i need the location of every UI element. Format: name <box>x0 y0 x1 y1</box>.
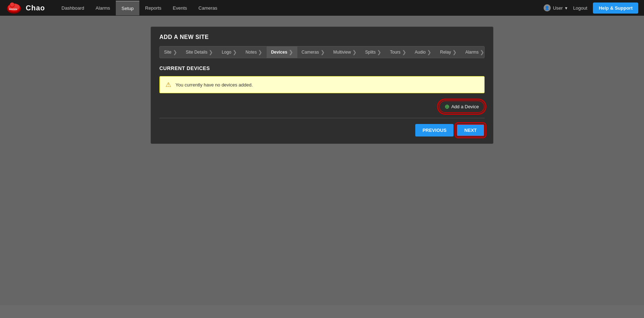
brand: immix Chao <box>6 1 45 14</box>
svg-point-4 <box>10 3 14 7</box>
wizard-steps: Site ❯ Site Details ❯ Logo ❯ Notes ❯ Dev… <box>159 46 485 58</box>
logout-button[interactable]: Logout <box>573 5 588 11</box>
arrow-icon: ❯ <box>427 49 431 55</box>
warning-icon: ⚠ <box>165 81 171 89</box>
wizard-step-logo[interactable]: Logo ❯ <box>217 46 241 58</box>
add-site-card: ADD A NEW SITE Site ❯ Site Details ❯ Log… <box>150 26 494 144</box>
wizard-step-notes[interactable]: Notes ❯ <box>241 46 267 58</box>
wizard-step-tours[interactable]: Tours ❯ <box>386 46 410 58</box>
wizard-step-site[interactable]: Site ❯ <box>160 46 182 58</box>
nav-cameras[interactable]: Cameras <box>193 1 223 15</box>
add-device-label: Add a Device <box>451 104 479 109</box>
alert-message: You currently have no devices added. <box>175 82 253 88</box>
user-avatar-icon: 👤 <box>544 4 551 11</box>
main-content: ADD A NEW SITE Site ❯ Site Details ❯ Log… <box>0 16 644 305</box>
wizard-step-cameras[interactable]: Cameras ❯ <box>297 46 329 58</box>
add-device-button[interactable]: ⊕ Add a Device <box>439 100 485 113</box>
wizard-step-alarms[interactable]: Alarms ❯ <box>461 46 485 58</box>
arrow-icon: ❯ <box>209 49 213 55</box>
help-support-button[interactable]: Help & Support <box>593 3 638 14</box>
user-menu[interactable]: 👤 User ▾ <box>544 4 567 11</box>
arrow-icon: ❯ <box>480 49 484 55</box>
footer-buttons: PREVIOUS NEXT <box>159 124 485 136</box>
next-button[interactable]: NEXT <box>456 124 485 136</box>
nav-events[interactable]: Events <box>167 1 193 15</box>
navbar-right: 👤 User ▾ Logout Help & Support <box>544 3 638 14</box>
arrow-icon: ❯ <box>173 49 177 55</box>
chevron-down-icon: ▾ <box>565 5 568 11</box>
wizard-step-site-details[interactable]: Site Details ❯ <box>182 46 218 58</box>
svg-text:immix: immix <box>9 8 18 11</box>
arrow-icon: ❯ <box>289 49 293 55</box>
wizard-step-splits[interactable]: Splits ❯ <box>361 46 386 58</box>
wizard-step-devices[interactable]: Devices ❯ <box>267 46 297 58</box>
nav-links: Dashboard Alarms Setup Reports Events Ca… <box>56 1 544 15</box>
arrow-icon: ❯ <box>377 49 381 55</box>
arrow-icon: ❯ <box>321 49 325 55</box>
navbar: immix Chao Dashboard Alarms Setup Report… <box>0 0 644 16</box>
no-devices-alert: ⚠ You currently have no devices added. <box>159 76 485 93</box>
nav-alarms[interactable]: Alarms <box>90 1 116 15</box>
wizard-step-audio[interactable]: Audio ❯ <box>411 46 436 58</box>
card-title: ADD A NEW SITE <box>159 34 485 40</box>
section-title: CURRENT DEVICES <box>159 65 485 71</box>
arrow-icon: ❯ <box>452 49 457 55</box>
nav-reports[interactable]: Reports <box>139 1 167 15</box>
arrow-icon: ❯ <box>352 49 357 55</box>
arrow-icon: ❯ <box>233 49 237 55</box>
add-device-area: ⊕ Add a Device <box>159 100 485 118</box>
wizard-step-multiview[interactable]: Multiview ❯ <box>329 46 361 58</box>
user-label: User <box>553 5 563 11</box>
logo-icon: immix <box>6 1 22 14</box>
nav-dashboard[interactable]: Dashboard <box>56 1 90 15</box>
arrow-icon: ❯ <box>402 49 406 55</box>
previous-button[interactable]: PREVIOUS <box>415 124 454 136</box>
arrow-icon: ❯ <box>258 49 262 55</box>
brand-name: Chao <box>26 4 45 12</box>
wizard-step-relay[interactable]: Relay ❯ <box>436 46 461 58</box>
plus-circle-icon: ⊕ <box>445 103 449 110</box>
nav-setup[interactable]: Setup <box>116 1 139 15</box>
